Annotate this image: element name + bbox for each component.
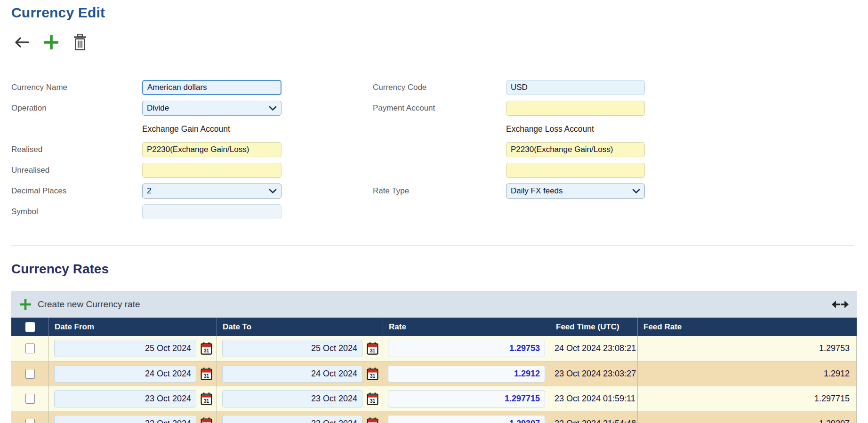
decimal-places-select[interactable]: 2 [142, 184, 281, 199]
select-all-checkbox[interactable] [25, 322, 35, 332]
calendar-icon[interactable]: 31 [201, 367, 212, 380]
row-checkbox[interactable] [25, 343, 35, 353]
realised-label: Realised [11, 145, 142, 154]
feed-rate-value: 1.2912 [638, 361, 857, 386]
rate-type-selected-value: Daily FX feeds [511, 186, 563, 196]
payment-account-input[interactable] [506, 101, 645, 116]
chevron-down-icon [269, 106, 277, 111]
currency-rates-table: Create new Currency rate Date From Date … [11, 291, 857, 423]
calendar-icon[interactable]: 31 [367, 392, 378, 405]
table-row: 24 Oct 2024 31 24 Oct 2024 3 [11, 361, 857, 386]
symbol-label: Symbol [11, 207, 142, 216]
rate-type-select[interactable]: Daily FX feeds [506, 184, 645, 199]
decimal-places-selected-value: 2 [147, 186, 151, 196]
page-title: Currency Edit [11, 5, 105, 21]
feed-time-value: 23 Oct 2024 01:59:11 [550, 386, 638, 411]
realised-gain-input[interactable]: P2230(Exchange Gain/Loss) [142, 142, 281, 157]
rate-link-input[interactable]: 1.297715 [388, 390, 545, 407]
add-button[interactable] [42, 33, 60, 51]
plus-icon [42, 33, 60, 51]
exchange-loss-heading: Exchange Loss Account [506, 124, 645, 134]
currency-code-label: Currency Code [373, 83, 506, 92]
table-header-row: Date From Date To Rate Feed Time (UTC) F… [11, 318, 857, 336]
calendar-icon[interactable]: 31 [201, 417, 212, 423]
table-row: 22 Oct 2024 31 22 Oct 2024 3 [11, 411, 857, 423]
currency-edit-page: Currency Edit [0, 0, 868, 423]
currency-rates-title: Currency Rates [11, 262, 109, 277]
date-to-input[interactable]: 22 Oct 2024 [222, 415, 362, 423]
row-checkbox[interactable] [25, 394, 35, 404]
date-from-input[interactable]: 22 Oct 2024 [54, 415, 196, 423]
resize-columns-button[interactable] [831, 299, 849, 310]
col-header-date-from: Date From [49, 318, 217, 336]
table-body: 25 Oct 2024 31 25 Oct 2024 3 [11, 336, 857, 423]
feed-time-value: 23 Oct 2024 23:03:27 [550, 361, 638, 386]
operation-select[interactable]: Divide [142, 101, 281, 116]
trash-icon [72, 34, 88, 51]
calendar-icon[interactable]: 31 [367, 367, 378, 380]
chevron-down-icon [632, 189, 640, 194]
rate-link-input[interactable]: 1.2912 [388, 365, 545, 383]
col-header-feed-rate: Feed Rate [638, 318, 857, 336]
rate-link-input[interactable]: 1.29307 [388, 415, 545, 423]
currency-code-input[interactable]: USD [506, 80, 645, 95]
svg-text:31: 31 [204, 348, 209, 353]
back-arrow-icon [14, 35, 30, 49]
horizontal-arrows-icon [831, 299, 849, 310]
date-from-input[interactable]: 25 Oct 2024 [54, 340, 196, 357]
rate-link-input[interactable]: 1.29753 [388, 340, 545, 357]
rate-type-label: Rate Type [373, 186, 506, 196]
date-to-input[interactable]: 25 Oct 2024 [222, 340, 362, 357]
plus-icon [19, 298, 32, 311]
realised-loss-input[interactable]: P2230(Exchange Gain/Loss) [506, 142, 645, 157]
date-from-input[interactable]: 24 Oct 2024 [54, 365, 196, 383]
symbol-input[interactable] [142, 204, 281, 219]
section-divider [11, 246, 854, 246]
feed-time-value: 22 Oct 2024 21:54:48 [550, 411, 638, 423]
table-row: 23 Oct 2024 31 23 Oct 2024 3 [11, 386, 857, 411]
unrealised-gain-input[interactable] [142, 163, 281, 178]
svg-text:31: 31 [204, 398, 209, 403]
col-header-date-to: Date To [217, 318, 383, 336]
svg-text:31: 31 [370, 348, 376, 353]
calendar-icon[interactable]: 31 [367, 417, 378, 423]
unrealised-label: Unrealised [11, 166, 142, 175]
col-header-rate: Rate [383, 318, 550, 336]
exchange-gain-heading: Exchange Gain Account [142, 124, 281, 134]
delete-button[interactable] [72, 34, 88, 51]
date-to-input[interactable]: 24 Oct 2024 [222, 365, 362, 383]
create-rate-button[interactable]: Create new Currency rate [19, 298, 140, 311]
feed-rate-value: 1.29307 [638, 411, 857, 423]
calendar-icon[interactable]: 31 [201, 392, 212, 405]
row-checkbox[interactable] [25, 369, 35, 379]
operation-label: Operation [11, 104, 142, 113]
rates-toolbar: Create new Currency rate [11, 291, 857, 318]
calendar-icon[interactable]: 31 [201, 342, 212, 355]
feed-time-value: 24 Oct 2024 23:08:21 [550, 336, 638, 361]
calendar-icon[interactable]: 31 [367, 342, 378, 355]
back-button[interactable] [14, 35, 30, 49]
row-checkbox[interactable] [25, 419, 35, 423]
feed-rate-value: 1.297715 [638, 386, 857, 411]
decimal-places-label: Decimal Places [11, 186, 142, 196]
svg-text:31: 31 [370, 373, 376, 378]
col-header-feed-time: Feed Time (UTC) [550, 318, 638, 336]
action-bar [14, 33, 88, 52]
svg-text:31: 31 [370, 398, 376, 403]
chevron-down-icon [269, 189, 277, 194]
svg-text:31: 31 [204, 373, 209, 378]
operation-selected-value: Divide [147, 104, 169, 113]
create-rate-label: Create new Currency rate [38, 299, 140, 310]
date-from-input[interactable]: 23 Oct 2024 [54, 390, 196, 407]
table-row: 25 Oct 2024 31 25 Oct 2024 3 [11, 336, 857, 361]
payment-account-label: Payment Account [373, 104, 506, 113]
feed-rate-value: 1.29753 [638, 336, 857, 361]
currency-name-label: Currency Name [11, 83, 142, 92]
currency-form: Currency Name American dollars Currency … [11, 77, 645, 222]
currency-name-input[interactable]: American dollars [142, 80, 281, 95]
date-to-input[interactable]: 23 Oct 2024 [222, 390, 362, 407]
unrealised-loss-input[interactable] [506, 163, 645, 178]
